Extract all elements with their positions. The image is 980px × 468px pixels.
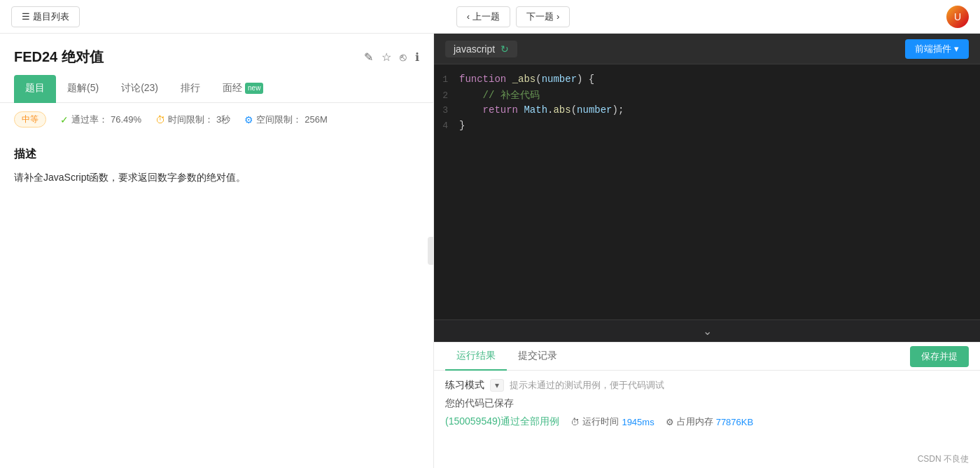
tab-discussion[interactable]: 讨论(23) (110, 75, 169, 103)
memory-limit-value: 256M (304, 114, 328, 125)
line-num-1: 1 (434, 74, 459, 85)
memory-limit-item: ⚙ 空间限制： 256M (244, 113, 328, 126)
practice-hint: 提示未通过的测试用例，便于代码调试 (510, 379, 664, 392)
memory-icon: ⚙ (244, 114, 253, 125)
practice-mode-badge[interactable]: ▾ (490, 379, 504, 392)
saved-message: 您的代码已保存 (445, 397, 969, 410)
line-num-4: 4 (434, 121, 459, 131)
run-time-value: 1945ms (622, 417, 654, 427)
pass-rate-item: ✓ 通过率： 76.49% (60, 113, 141, 126)
time-limit-label: 时间限制： (168, 113, 214, 126)
bottom-panel: 运行结果 提交记录 保存并提 练习模式 ▾ 提示未通过的测试用例，便于代码调试 (434, 342, 980, 468)
chevron-down-icon: ⌄ (703, 324, 712, 338)
tab-interview[interactable]: 面经 new (211, 75, 274, 103)
bottom-tabs-bar: 运行结果 提交记录 保存并提 (434, 343, 980, 371)
next-button[interactable]: 下一题 › (516, 6, 570, 27)
tab-problem-label: 题目 (25, 82, 45, 95)
line-code-4: } (459, 120, 465, 131)
edit-icon[interactable]: ✎ (364, 50, 373, 64)
list-icon: ☰ (22, 11, 30, 22)
code-editor[interactable]: 1 function _abs(number) { 2 // 补全代码 3 re… (434, 64, 980, 319)
line-code-3: return Math.abs(number); (459, 104, 624, 116)
editor-header: javascript ↻ 前端插件 ▾ (434, 34, 980, 64)
tab-submit-records[interactable]: 提交记录 (507, 343, 568, 371)
submit-records-label: 提交记录 (518, 350, 557, 361)
avatar[interactable]: U (946, 6, 969, 28)
time-limit-item: ⏱ 时间限制： 3秒 (155, 113, 230, 126)
bottom-content: 练习模式 ▾ 提示未通过的测试用例，便于代码调试 您的代码已保存 (150059… (434, 371, 980, 468)
result-row: (150059549)通过全部用例 ⏱ 运行时间 1945ms ⚙ 占用内存 7… (445, 415, 969, 428)
run-results-label: 运行结果 (456, 350, 496, 361)
prev-icon: ‹ (467, 11, 470, 22)
code-line-3: 3 return Math.abs(number); (434, 104, 980, 119)
new-badge: new (245, 83, 263, 94)
code-line-1: 1 function _abs(number) { (434, 73, 980, 88)
tab-ranking[interactable]: 排行 (169, 75, 211, 103)
line-code-1: function _abs(number) { (459, 74, 594, 85)
main-layout: FED24 绝对值 ✎ ☆ ⎋ ℹ 题目 题解(5) 讨论(23) (0, 34, 980, 468)
plugin-button[interactable]: 前端插件 ▾ (905, 39, 969, 59)
top-bar-left: ☰ 题目列表 (11, 6, 80, 27)
clock-result-icon: ⏱ (570, 417, 580, 427)
problem-title: FED24 绝对值 (14, 48, 104, 67)
tab-ranking-label: 排行 (181, 82, 200, 95)
pass-badge: (150059549)通过全部用例 (445, 415, 559, 428)
description-text: 请补全JavaScript函数，要求返回数字参数的绝对值。 (14, 169, 419, 186)
avatar-image: U (946, 6, 969, 28)
share-icon[interactable]: ⎋ (400, 51, 407, 64)
tab-interview-label: 面经 (223, 82, 242, 95)
clock-icon: ⏱ (155, 114, 165, 125)
code-line-4: 4 } (434, 119, 980, 135)
language-label: javascript (454, 43, 495, 55)
horizontal-resize-handle[interactable]: ⌄ (434, 319, 980, 342)
top-bar-right: U (946, 6, 969, 28)
star-icon[interactable]: ☆ (382, 50, 391, 64)
right-panel: javascript ↻ 前端插件 ▾ 1 function _abs(numb… (434, 34, 980, 468)
bottom-tab-group: 运行结果 提交记录 (445, 343, 568, 370)
footer-label: CSDN 不良使 (918, 454, 969, 464)
difficulty-badge: 中等 (14, 111, 46, 128)
memory-result-icon: ⚙ (666, 417, 674, 427)
line-num-3: 3 (434, 105, 459, 116)
next-label: 下一题 (526, 11, 554, 23)
problem-tabs: 题目 题解(5) 讨论(23) 排行 面经 new (0, 75, 433, 103)
tab-discussion-label: 讨论(23) (121, 82, 158, 95)
page-footer: CSDN 不良使 (918, 453, 969, 465)
save-submit-label: 保存并提 (921, 351, 958, 362)
problem-meta: 中等 ✓ 通过率： 76.49% ⏱ 时间限制： 3秒 ⚙ 空间限制： 256M (0, 103, 433, 136)
problem-list-button[interactable]: ☰ 题目列表 (11, 6, 80, 27)
memory-value: 77876KB (716, 417, 754, 427)
tab-problem[interactable]: 题目 (14, 75, 56, 103)
tab-run-results[interactable]: 运行结果 (445, 343, 507, 371)
tab-solutions-label: 题解(5) (67, 82, 99, 95)
description-title: 描述 (14, 147, 419, 162)
save-submit-button[interactable]: 保存并提 (910, 346, 969, 367)
memory-label: 占用内存 (677, 415, 713, 428)
memory-limit-label: 空间限制： (256, 113, 302, 126)
code-line-2: 2 // 补全代码 (434, 88, 980, 104)
practice-mode-label: 练习模式 (445, 379, 484, 392)
time-limit-value: 3秒 (216, 113, 230, 126)
problem-content: 描述 请补全JavaScript函数，要求返回数字参数的绝对值。 (0, 136, 433, 198)
resize-handle[interactable]: ⋮ (428, 237, 434, 265)
problem-actions: ✎ ☆ ⎋ ℹ (364, 50, 419, 64)
line-num-2: 2 (434, 90, 459, 101)
problem-id: FED24 (14, 49, 57, 64)
run-time-item: ⏱ 运行时间 1945ms (570, 415, 654, 428)
problem-header: FED24 绝对值 ✎ ☆ ⎋ ℹ (0, 34, 433, 75)
memory-result-item: ⚙ 占用内存 77876KB (666, 415, 754, 428)
practice-mode-row: 练习模式 ▾ 提示未通过的测试用例，便于代码调试 (445, 379, 969, 392)
pass-rate-value: 76.49% (111, 114, 141, 125)
top-bar: ☰ 题目列表 ‹ 上一题 下一题 › U (0, 0, 980, 34)
check-icon: ✓ (60, 114, 69, 125)
prev-label: 上一题 (472, 11, 500, 23)
language-selector[interactable]: javascript ↻ (445, 41, 517, 57)
plugin-arrow-icon: ▾ (954, 43, 959, 54)
tab-solutions[interactable]: 题解(5) (56, 75, 110, 103)
prev-button[interactable]: ‹ 上一题 (456, 6, 510, 27)
run-time-label: 运行时间 (582, 415, 619, 428)
refresh-icon[interactable]: ↻ (500, 43, 509, 55)
info-icon[interactable]: ℹ (415, 50, 419, 64)
problem-list-label: 题目列表 (33, 11, 69, 23)
line-code-2: // 补全代码 (459, 89, 540, 102)
